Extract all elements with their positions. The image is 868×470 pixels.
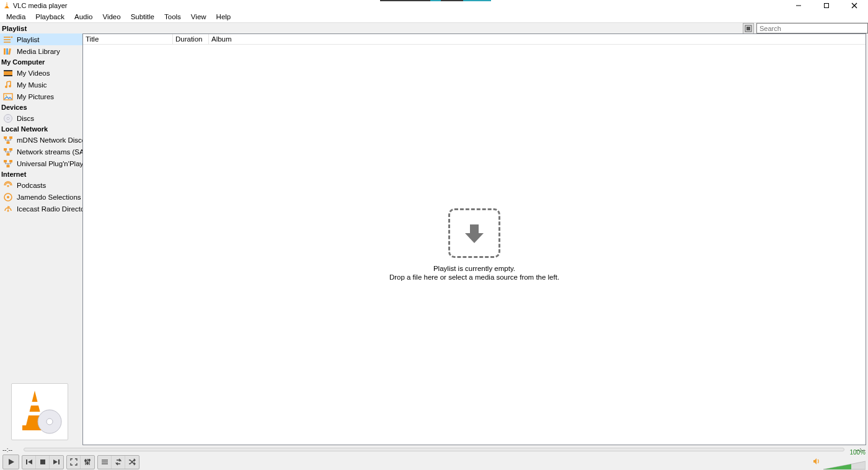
sidebar-item-label: mDNS Network Discovery <box>17 136 82 144</box>
menu-playback[interactable]: Playback <box>30 12 69 22</box>
toggle-playlist-button[interactable] <box>98 456 112 469</box>
svg-rect-14 <box>4 48 6 55</box>
extended-settings-button[interactable] <box>81 456 94 469</box>
svg-point-20 <box>5 86 7 88</box>
seek-slider[interactable] <box>24 448 844 451</box>
change-view-button[interactable] <box>743 23 754 34</box>
volume-percent-label: 100% <box>849 449 866 456</box>
svg-point-44 <box>46 419 53 425</box>
svg-rect-40 <box>30 402 40 406</box>
svg-rect-50 <box>58 459 60 464</box>
menu-view[interactable]: View <box>186 12 211 22</box>
jamendo-icon <box>3 192 13 202</box>
sidebar-item-label: Jamendo Selections <box>17 193 81 201</box>
svg-point-25 <box>7 117 9 120</box>
menu-bar: Media Playback Audio Video Subtitle Tool… <box>0 11 868 22</box>
svg-marker-47 <box>28 459 32 464</box>
svg-rect-1 <box>6 4 7 4</box>
svg-rect-26 <box>4 136 7 139</box>
column-album[interactable]: Album <box>209 34 866 44</box>
sidebar-item-label: Icecast Radio Directory <box>17 205 82 213</box>
volume-slider[interactable] <box>823 460 866 471</box>
sidebar-item-label: Media Library <box>17 48 60 55</box>
sidebar-item-my-music[interactable]: My Music <box>0 79 82 91</box>
empty-text-line1: Playlist is currently empty. <box>389 264 559 273</box>
sidebar-item-icecast-radio-directory[interactable]: Icecast Radio Directory <box>0 203 82 215</box>
sidebar-item-network-streams-sap[interactable]: Network streams (SAP) <box>0 146 82 157</box>
sidebar-item-my-pictures[interactable]: My Pictures <box>0 91 82 102</box>
fullscreen-button[interactable] <box>67 456 81 469</box>
net-icon <box>3 135 13 145</box>
minimize-button[interactable] <box>784 0 812 11</box>
speaker-icon[interactable] <box>812 457 821 468</box>
sidebar-item-playlist[interactable]: Playlist <box>0 33 82 45</box>
sidebar-item-label: Network streams (SAP) <box>17 148 82 156</box>
search-input[interactable] <box>757 24 867 33</box>
menu-tools[interactable]: Tools <box>159 12 186 22</box>
menu-video[interactable]: Video <box>97 12 125 22</box>
svg-rect-48 <box>40 459 45 464</box>
controls-toolbar: 100% <box>0 454 868 470</box>
svg-marker-0 <box>6 2 9 7</box>
sidebar-item-jamendo-selections[interactable]: Jamendo Selections <box>0 191 82 203</box>
svg-point-13 <box>11 36 13 38</box>
net-icon <box>3 147 13 157</box>
menu-subtitle[interactable]: Subtitle <box>126 12 159 22</box>
menu-help[interactable]: Help <box>211 12 236 22</box>
svg-marker-61 <box>823 464 851 469</box>
sidebar-item-universal-plug-n-play[interactable]: Universal Plug'n'Play <box>0 157 82 169</box>
playlist-top-row: Playlist <box>0 22 868 33</box>
svg-rect-33 <box>9 160 12 162</box>
empty-text-line2: Drop a file here or select a media sourc… <box>389 273 559 282</box>
time-elapsed[interactable]: --:-- <box>2 446 20 453</box>
play-button[interactable] <box>3 455 19 469</box>
svg-rect-15 <box>6 48 8 55</box>
svg-point-38 <box>7 210 9 211</box>
next-button[interactable] <box>50 456 63 469</box>
svg-rect-32 <box>4 160 7 162</box>
title-bar: VLC media player <box>0 0 868 11</box>
loop-button[interactable] <box>112 456 125 469</box>
sidebar-item-my-videos[interactable]: My Videos <box>0 67 82 79</box>
svg-rect-18 <box>4 70 12 71</box>
drop-arrow-icon <box>448 208 500 258</box>
sidebar-item-media-library[interactable]: Media Library <box>0 45 82 57</box>
svg-rect-31 <box>7 153 10 156</box>
shuffle-button[interactable] <box>125 456 139 469</box>
svg-rect-29 <box>4 148 7 151</box>
playlist-empty-drop-area[interactable]: Playlist is currently empty. Drop a file… <box>83 45 866 445</box>
svg-rect-46 <box>26 459 27 464</box>
svg-rect-30 <box>9 148 12 151</box>
playlist-header-label: Playlist <box>0 25 82 32</box>
stop-button[interactable] <box>36 456 50 469</box>
sidebar-item-discs[interactable]: Discs <box>0 112 82 124</box>
sidebar-section-my-computer: My Computer <box>0 57 82 67</box>
close-button[interactable] <box>840 0 868 11</box>
sidebar-section-internet: Internet <box>0 169 82 179</box>
sidebar-item-label: Playlist <box>17 36 39 43</box>
svg-point-35 <box>7 185 9 187</box>
previous-button[interactable] <box>22 456 36 469</box>
svg-marker-45 <box>9 459 14 465</box>
sidebar-item-mdns-network-discovery[interactable]: mDNS Network Discovery <box>0 134 82 146</box>
column-title[interactable]: Title <box>83 34 173 44</box>
search-box[interactable] <box>756 23 868 33</box>
playlist-columns-header: Title Duration Album <box>83 34 866 45</box>
sidebar-item-podcasts[interactable]: Podcasts <box>0 179 82 191</box>
svg-rect-19 <box>4 75 12 76</box>
svg-rect-28 <box>7 141 10 144</box>
maximize-button[interactable] <box>812 0 840 11</box>
seek-bar-row: --:-- --:-- <box>0 445 868 454</box>
menu-audio[interactable]: Audio <box>69 12 97 22</box>
svg-rect-27 <box>9 136 12 139</box>
playlist-icon <box>3 35 13 45</box>
sidebar-section-devices: Devices <box>0 102 82 112</box>
svg-point-37 <box>7 196 9 198</box>
pictures-icon <box>3 92 13 102</box>
sidebar-item-label: Podcasts <box>17 182 46 189</box>
sidebar-item-label: My Videos <box>17 69 50 77</box>
column-duration[interactable]: Duration <box>173 34 209 44</box>
svg-rect-34 <box>7 165 10 167</box>
album-art-placeholder <box>11 383 68 440</box>
menu-media[interactable]: Media <box>1 12 30 22</box>
